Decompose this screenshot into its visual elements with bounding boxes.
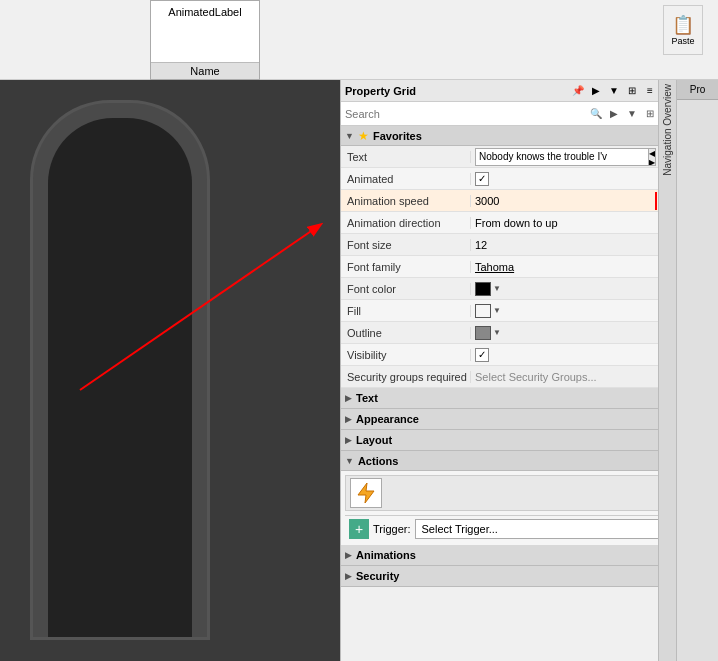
appearance-subsection: ▶ Appearance	[341, 409, 680, 430]
prop-name-font-color: Font color	[341, 283, 471, 295]
layout-section-label: Layout	[356, 434, 392, 446]
property-grid-panel: Property Grid 📌 ▶ ▼ ⊞ ≡ ✕ 🔍 ▶ ▼ ⊞ ≡ ▼ ★ …	[340, 80, 680, 661]
search-icon-button[interactable]: 🔍	[588, 106, 604, 122]
prop-value-fill: ▼	[471, 304, 680, 318]
property-grid-content: ▼ ★ Favorites Text Nobody knows the trou…	[341, 126, 680, 661]
favorites-section-header[interactable]: ▼ ★ Favorites	[341, 126, 680, 146]
favorites-arrow: ▼	[345, 131, 354, 141]
prop-row-animation-direction: Animation direction From down to up ▼	[341, 212, 680, 234]
text-value-inner: Nobody knows the trouble I'v	[476, 151, 648, 162]
prop-name-text: Text	[341, 151, 471, 163]
pin-button[interactable]: 📌	[570, 83, 586, 99]
prop-value-outline: ▼	[471, 326, 680, 340]
animated-checkbox[interactable]: ✓	[475, 172, 489, 186]
text-nav-left[interactable]: ◀	[649, 149, 655, 158]
layout-subsection-header[interactable]: ▶ Layout	[341, 430, 680, 450]
navigation-overview-label: Navigation Overview	[662, 84, 673, 176]
prop-name-animated: Animated	[341, 173, 471, 185]
add-trigger-button[interactable]: +	[349, 519, 369, 539]
play-button[interactable]: ▶	[588, 83, 604, 99]
left-panel	[0, 80, 340, 661]
text-value-wrap: Nobody knows the trouble I'v ◀ ▶	[475, 148, 656, 166]
font-color-arrow: ▼	[493, 284, 501, 293]
search-grid-button[interactable]: ⊞	[642, 106, 658, 122]
grid-button[interactable]: ⊞	[624, 83, 640, 99]
text-subsection-header[interactable]: ▶ Text	[341, 388, 680, 408]
animations-section-label: Animations	[356, 549, 416, 561]
font-color-swatch[interactable]	[475, 282, 491, 296]
prop-value-visibility: ✓ ⚙	[471, 346, 680, 364]
paste-button[interactable]: 📋 Paste	[663, 5, 703, 55]
prop-row-font-size: Font size 12 ▼	[341, 234, 680, 256]
canvas-area	[0, 80, 340, 661]
prop-row-visibility: Visibility ✓ ⚙	[341, 344, 680, 366]
property-grid-header: Property Grid 📌 ▶ ▼ ⊞ ≡ ✕	[341, 80, 680, 102]
outline-arrow: ▼	[493, 328, 501, 337]
prop-row-animation-speed: Animation speed 3000 ⚙	[341, 190, 680, 212]
security-section-arrow: ▶	[345, 571, 352, 581]
prop-name-animation-direction: Animation direction	[341, 217, 471, 229]
list-button[interactable]: ≡	[642, 83, 658, 99]
prop-name-security-groups: Security groups required	[341, 371, 471, 383]
appearance-section-label: Appearance	[356, 413, 419, 425]
prop-value-font-size: 12 ▼	[471, 239, 680, 251]
animation-speed-value: 3000	[475, 195, 656, 207]
fill-swatch[interactable]	[475, 304, 491, 318]
search-play-button[interactable]: ▶	[606, 106, 622, 122]
prop-name-outline: Outline	[341, 327, 471, 339]
animation-direction-value: From down to up	[475, 217, 666, 229]
animations-subsection-header[interactable]: ▶ Animations	[341, 545, 680, 565]
lightning-icon	[354, 481, 378, 505]
prop-value-animation-speed: 3000 ⚙	[471, 192, 680, 210]
security-section-label: Security	[356, 570, 399, 582]
search-filter-button[interactable]: ▼	[624, 106, 640, 122]
pro-panel: Pro	[676, 80, 718, 661]
pro-tab[interactable]: Pro	[677, 80, 718, 100]
trigger-label: Trigger:	[373, 523, 411, 535]
prop-name-font-size: Font size	[341, 239, 471, 251]
prop-row-security-groups: Security groups required Select Security…	[341, 366, 680, 388]
top-bar: AnimatedLabel Name 📋 Paste	[0, 0, 718, 80]
layout-section-arrow: ▶	[345, 435, 352, 445]
prop-row-animated: Animated ✓ ⚙	[341, 168, 680, 190]
prop-value-security-groups: Select Security Groups... ▼	[471, 371, 680, 383]
fill-arrow: ▼	[493, 306, 501, 315]
security-groups-value: Select Security Groups...	[475, 371, 666, 383]
search-input[interactable]	[345, 108, 586, 120]
prop-row-font-color: Font color ▼ ⚙	[341, 278, 680, 300]
appearance-subsection-header[interactable]: ▶ Appearance	[341, 409, 680, 429]
text-section-label: Text	[356, 392, 378, 404]
text-section-arrow: ▶	[345, 393, 352, 403]
prop-value-text: Nobody knows the trouble I'v ◀ ▶ ⚙	[471, 148, 680, 166]
text-nav-right[interactable]: ▶	[649, 158, 655, 166]
actions-arrow: ▼	[345, 456, 354, 466]
prop-row-text: Text Nobody knows the trouble I'v ◀ ▶ ⚙	[341, 146, 680, 168]
trigger-select[interactable]: Select Trigger...	[415, 519, 673, 539]
font-family-value: Tahoma	[475, 261, 666, 273]
search-bar: 🔍 ▶ ▼ ⊞ ≡	[341, 102, 680, 126]
prop-name-fill: Fill	[341, 305, 471, 317]
actions-section-label: Actions	[358, 455, 398, 467]
paste-icon: 📋	[672, 14, 694, 36]
animations-section-arrow: ▶	[345, 550, 352, 560]
filter-button[interactable]: ▼	[606, 83, 622, 99]
prop-row-outline: Outline ▼	[341, 322, 680, 344]
property-grid-title: Property Grid	[345, 85, 570, 97]
door-inner	[48, 118, 192, 637]
prop-row-fill: Fill ▼	[341, 300, 680, 322]
font-size-value: 12	[475, 239, 666, 251]
actions-section-header[interactable]: ▼ Actions	[341, 451, 680, 471]
prop-name-font-family: Font family	[341, 261, 471, 273]
security-subsection: ▶ Security	[341, 566, 680, 587]
prop-value-animation-direction: From down to up ▼	[471, 217, 680, 229]
layout-subsection: ▶ Layout	[341, 430, 680, 451]
visibility-checkbox[interactable]: ✓	[475, 348, 489, 362]
prop-value-animated: ✓ ⚙	[471, 170, 680, 188]
name-bar: Name	[151, 62, 259, 79]
prop-value-font-color: ▼ ⚙	[471, 280, 680, 298]
action-item[interactable]	[345, 475, 676, 511]
favorites-label: Favorites	[373, 130, 422, 142]
security-subsection-header[interactable]: ▶ Security	[341, 566, 680, 586]
outline-swatch[interactable]	[475, 326, 491, 340]
navigation-overview: Navigation Overview	[658, 80, 676, 661]
